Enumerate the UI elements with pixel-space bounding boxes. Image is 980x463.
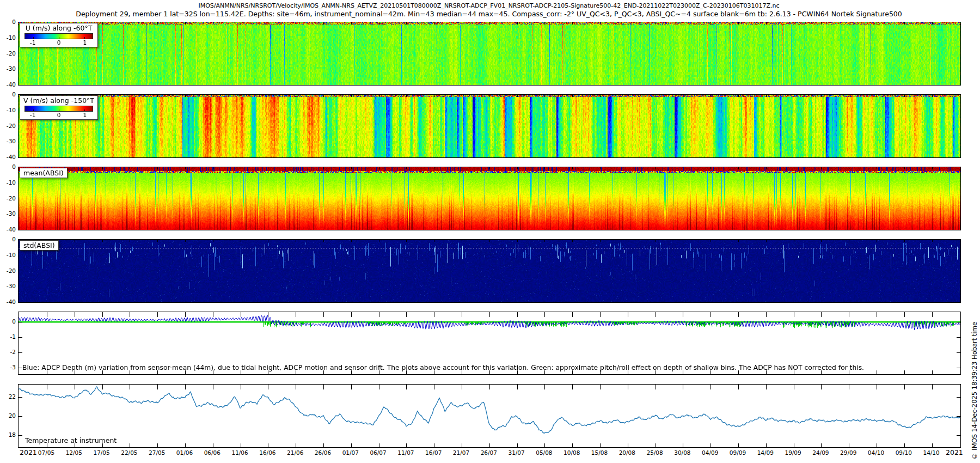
x-tick-label: 10/08: [564, 449, 580, 456]
y-tick-label: -40: [1, 226, 16, 233]
y-tick-label: -30: [1, 283, 16, 289]
y-tick-label: 0: [1, 91, 16, 98]
x-tick-label: 16/07: [425, 449, 442, 456]
x-tick-label: 16/06: [259, 449, 275, 456]
x-tick-label: 11/06: [231, 449, 248, 456]
imos-copyright-watermark: © IMOS 14-Dec-2025 18:39:23 Hobart time: [971, 322, 978, 460]
x-tick-label: 31/07: [508, 449, 524, 456]
y-tick-label: -40: [1, 81, 16, 88]
colorbar-tick-label: -1: [30, 112, 35, 118]
x-tick-label: 05/08: [536, 449, 552, 456]
y-tick-label: -1: [1, 333, 16, 340]
y-tick-label: 20: [1, 412, 16, 419]
x-tick-label: 01/06: [176, 449, 193, 456]
x-tick-label: 17/05: [93, 449, 109, 456]
y-tick-label: -10: [1, 252, 16, 258]
x-tick-label: 06/06: [204, 449, 220, 456]
year-label-right: 2021: [946, 448, 963, 456]
x-tick-label: 14/09: [757, 449, 774, 456]
u-jet-colorbar: [24, 33, 93, 39]
v-legend: V (m/s) along -150°T -1 0 1: [20, 95, 98, 120]
y-tick-label: -2: [1, 349, 16, 355]
y-tick-label: -40: [1, 154, 16, 160]
y-tick-label: -30: [1, 210, 16, 217]
y-tick-label: -10: [1, 34, 16, 41]
x-tick-label: 21/06: [287, 449, 303, 456]
colorbar-tick: [84, 37, 85, 39]
v-jet-colorbar: [24, 106, 93, 112]
x-tick-label: 06/07: [370, 449, 386, 456]
x-tick-label: 09/10: [896, 449, 912, 456]
colorbar-tick-label: -1: [30, 39, 35, 46]
mean-absi-label: mean(ABSI): [20, 168, 68, 178]
depth-variation-note: Blue: ADCP Depth (m) variation from sens…: [22, 364, 864, 371]
y-tick-label: 0: [1, 236, 16, 242]
colorbar-tick: [84, 109, 85, 111]
std-absi-label: std(ABSI): [20, 240, 59, 251]
x-tick-label: 30/08: [674, 449, 690, 456]
y-tick-label: 0: [1, 163, 16, 170]
colorbar-tick: [33, 109, 34, 111]
y-tick-label: 18: [1, 431, 16, 438]
x-tick-label: 15/08: [591, 449, 608, 456]
colorbar-tick-label: 1: [83, 112, 87, 118]
year-label-left: 2021: [20, 448, 37, 456]
temperature-label: Temperature at instrument: [25, 436, 117, 444]
y-tick-label: -20: [1, 195, 16, 202]
x-tick-label: 29/09: [840, 449, 856, 456]
x-tick-label: 22/05: [121, 449, 137, 456]
v-legend-title: V (m/s) along -150°T: [20, 96, 97, 105]
panel-std-absi: [18, 239, 961, 303]
v-colorbar-ticklabels: -1 0 1: [24, 112, 93, 119]
x-tick-label: 27/05: [149, 449, 165, 456]
title-line-2: Deployment 29, member 1 lat=32S lon=115.…: [18, 10, 960, 18]
figure: IMOS/ANMN/NRS/NRSROT/Velocity/IMOS_ANMN-…: [0, 0, 980, 463]
mean-absi-heatmap-canvas: [19, 167, 960, 230]
y-tick-label: -20: [1, 267, 16, 274]
panel-u-velocity: [18, 22, 961, 86]
y-tick-label: 22: [1, 393, 16, 400]
panel-v-velocity: [18, 94, 961, 158]
x-tick-label: 07/05: [38, 449, 54, 456]
y-tick-label: -30: [1, 65, 16, 72]
y-tick-label: -20: [1, 123, 16, 129]
x-tick-label: 26/06: [315, 449, 331, 456]
x-tick-label: 12/05: [66, 449, 82, 456]
x-tick-label: 14/10: [923, 449, 939, 456]
std-absi-heatmap-canvas: [19, 240, 960, 302]
colorbar-tick-label: 0: [57, 112, 61, 118]
x-tick-label: 24/09: [812, 449, 829, 456]
x-tick-label: 04/10: [868, 449, 884, 456]
y-tick-label: -10: [1, 107, 16, 113]
y-tick-label: -30: [1, 138, 16, 144]
colorbar-tick-label: 0: [57, 39, 61, 46]
y-tick-label: 0: [1, 19, 16, 25]
y-tick-label: -3: [1, 364, 16, 370]
y-tick-label: -20: [1, 50, 16, 57]
title-line-1: IMOS/ANMN/NRS/NRSROT/Velocity/IMOS_ANMN-…: [18, 2, 960, 9]
panel-temperature: [18, 384, 961, 448]
x-tick-label: 09/09: [730, 449, 746, 456]
u-legend: U (m/s) along -60°T -1 0 1: [20, 23, 98, 47]
colorbar-tick: [33, 37, 34, 39]
x-tick-label: 11/07: [397, 449, 414, 456]
y-tick-label: -10: [1, 179, 16, 186]
colorbar-tick: [59, 109, 59, 111]
x-tick-label: 20/08: [619, 449, 635, 456]
temperature-line-canvas: [19, 385, 960, 447]
x-tick-label: 26/07: [481, 449, 497, 456]
u-legend-title: U (m/s) along -60°T: [20, 23, 97, 33]
colorbar-tick-label: 1: [83, 39, 87, 46]
y-tick-label: 0: [1, 318, 16, 325]
x-tick-label: 04/09: [702, 449, 718, 456]
y-tick-label: -40: [1, 298, 16, 305]
x-tick-label: 19/09: [785, 449, 801, 456]
colorbar-tick: [59, 37, 59, 39]
x-tick-label: 21/07: [453, 449, 469, 456]
panel-mean-absi: [18, 167, 961, 230]
v-velocity-heatmap-canvas: [19, 95, 960, 157]
x-tick-label: 01/07: [342, 449, 359, 456]
u-velocity-heatmap-canvas: [19, 22, 960, 85]
x-tick-label: 25/08: [646, 449, 663, 456]
u-colorbar-ticklabels: -1 0 1: [24, 39, 93, 47]
